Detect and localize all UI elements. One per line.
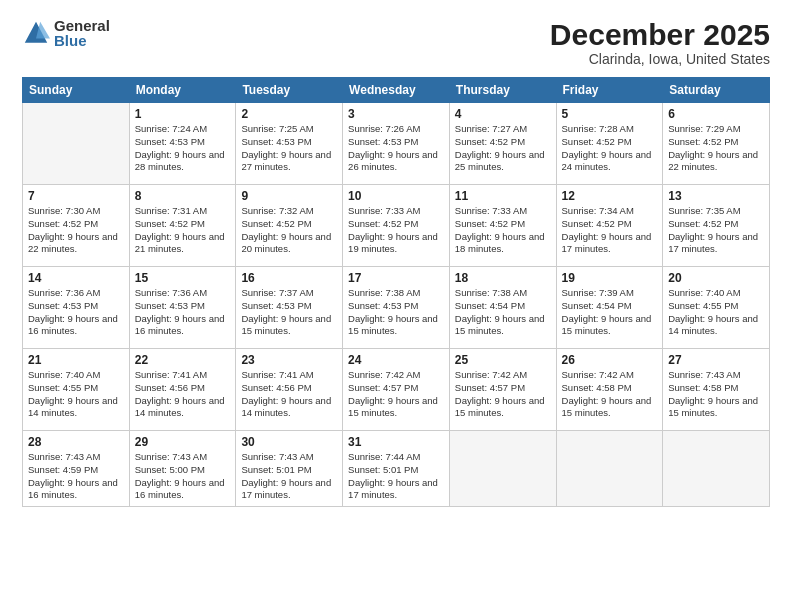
day-cell: 28Sunrise: 7:43 AMSunset: 4:59 PMDayligh… [23,431,130,507]
day-number: 6 [668,107,764,121]
day-cell: 3Sunrise: 7:26 AMSunset: 4:53 PMDaylight… [343,103,450,185]
day-info: Sunrise: 7:30 AMSunset: 4:52 PMDaylight:… [28,205,124,256]
day-number: 3 [348,107,444,121]
day-number: 1 [135,107,231,121]
day-cell: 24Sunrise: 7:42 AMSunset: 4:57 PMDayligh… [343,349,450,431]
day-cell: 22Sunrise: 7:41 AMSunset: 4:56 PMDayligh… [129,349,236,431]
day-info: Sunrise: 7:38 AMSunset: 4:53 PMDaylight:… [348,287,444,338]
day-cell [23,103,130,185]
day-cell: 29Sunrise: 7:43 AMSunset: 5:00 PMDayligh… [129,431,236,507]
day-cell: 6Sunrise: 7:29 AMSunset: 4:52 PMDaylight… [663,103,770,185]
week-row-5: 28Sunrise: 7:43 AMSunset: 4:59 PMDayligh… [23,431,770,507]
day-number: 29 [135,435,231,449]
day-number: 23 [241,353,337,367]
day-number: 25 [455,353,551,367]
day-info: Sunrise: 7:29 AMSunset: 4:52 PMDaylight:… [668,123,764,174]
day-info: Sunrise: 7:40 AMSunset: 4:55 PMDaylight:… [28,369,124,420]
day-info: Sunrise: 7:33 AMSunset: 4:52 PMDaylight:… [455,205,551,256]
month-title: December 2025 [550,18,770,51]
day-cell: 26Sunrise: 7:42 AMSunset: 4:58 PMDayligh… [556,349,663,431]
day-info: Sunrise: 7:33 AMSunset: 4:52 PMDaylight:… [348,205,444,256]
day-number: 26 [562,353,658,367]
day-number: 11 [455,189,551,203]
calendar: SundayMondayTuesdayWednesdayThursdayFrid… [22,77,770,507]
day-info: Sunrise: 7:26 AMSunset: 4:53 PMDaylight:… [348,123,444,174]
header: General Blue December 2025 Clarinda, Iow… [22,18,770,67]
day-info: Sunrise: 7:27 AMSunset: 4:52 PMDaylight:… [455,123,551,174]
day-number: 19 [562,271,658,285]
day-cell: 25Sunrise: 7:42 AMSunset: 4:57 PMDayligh… [449,349,556,431]
day-number: 13 [668,189,764,203]
day-info: Sunrise: 7:37 AMSunset: 4:53 PMDaylight:… [241,287,337,338]
week-row-4: 21Sunrise: 7:40 AMSunset: 4:55 PMDayligh… [23,349,770,431]
day-cell: 31Sunrise: 7:44 AMSunset: 5:01 PMDayligh… [343,431,450,507]
day-info: Sunrise: 7:24 AMSunset: 4:53 PMDaylight:… [135,123,231,174]
header-monday: Monday [129,78,236,103]
day-number: 31 [348,435,444,449]
day-cell: 7Sunrise: 7:30 AMSunset: 4:52 PMDaylight… [23,185,130,267]
day-number: 18 [455,271,551,285]
day-cell: 13Sunrise: 7:35 AMSunset: 4:52 PMDayligh… [663,185,770,267]
logo-blue: Blue [54,33,110,48]
header-tuesday: Tuesday [236,78,343,103]
day-info: Sunrise: 7:43 AMSunset: 5:01 PMDaylight:… [241,451,337,502]
logo-text: General Blue [54,18,110,48]
week-row-1: 1Sunrise: 7:24 AMSunset: 4:53 PMDaylight… [23,103,770,185]
day-info: Sunrise: 7:40 AMSunset: 4:55 PMDaylight:… [668,287,764,338]
day-cell: 5Sunrise: 7:28 AMSunset: 4:52 PMDaylight… [556,103,663,185]
day-info: Sunrise: 7:36 AMSunset: 4:53 PMDaylight:… [28,287,124,338]
day-info: Sunrise: 7:43 AMSunset: 5:00 PMDaylight:… [135,451,231,502]
week-row-3: 14Sunrise: 7:36 AMSunset: 4:53 PMDayligh… [23,267,770,349]
day-cell: 9Sunrise: 7:32 AMSunset: 4:52 PMDaylight… [236,185,343,267]
day-info: Sunrise: 7:43 AMSunset: 4:59 PMDaylight:… [28,451,124,502]
day-number: 16 [241,271,337,285]
day-cell: 1Sunrise: 7:24 AMSunset: 4:53 PMDaylight… [129,103,236,185]
logo: General Blue [22,18,110,48]
day-info: Sunrise: 7:44 AMSunset: 5:01 PMDaylight:… [348,451,444,502]
calendar-header-row: SundayMondayTuesdayWednesdayThursdayFrid… [23,78,770,103]
day-number: 4 [455,107,551,121]
day-info: Sunrise: 7:42 AMSunset: 4:57 PMDaylight:… [348,369,444,420]
day-cell: 11Sunrise: 7:33 AMSunset: 4:52 PMDayligh… [449,185,556,267]
header-sunday: Sunday [23,78,130,103]
day-number: 22 [135,353,231,367]
title-block: December 2025 Clarinda, Iowa, United Sta… [550,18,770,67]
day-number: 9 [241,189,337,203]
day-number: 27 [668,353,764,367]
day-info: Sunrise: 7:28 AMSunset: 4:52 PMDaylight:… [562,123,658,174]
day-info: Sunrise: 7:42 AMSunset: 4:58 PMDaylight:… [562,369,658,420]
day-info: Sunrise: 7:35 AMSunset: 4:52 PMDaylight:… [668,205,764,256]
page: General Blue December 2025 Clarinda, Iow… [0,0,792,612]
day-number: 8 [135,189,231,203]
header-saturday: Saturday [663,78,770,103]
day-info: Sunrise: 7:41 AMSunset: 4:56 PMDaylight:… [135,369,231,420]
day-number: 24 [348,353,444,367]
day-number: 30 [241,435,337,449]
day-number: 17 [348,271,444,285]
day-info: Sunrise: 7:32 AMSunset: 4:52 PMDaylight:… [241,205,337,256]
day-cell [449,431,556,507]
day-cell: 27Sunrise: 7:43 AMSunset: 4:58 PMDayligh… [663,349,770,431]
day-cell: 14Sunrise: 7:36 AMSunset: 4:53 PMDayligh… [23,267,130,349]
day-number: 21 [28,353,124,367]
day-number: 7 [28,189,124,203]
day-info: Sunrise: 7:43 AMSunset: 4:58 PMDaylight:… [668,369,764,420]
day-cell: 2Sunrise: 7:25 AMSunset: 4:53 PMDaylight… [236,103,343,185]
day-cell: 16Sunrise: 7:37 AMSunset: 4:53 PMDayligh… [236,267,343,349]
logo-icon [22,19,50,47]
day-cell: 19Sunrise: 7:39 AMSunset: 4:54 PMDayligh… [556,267,663,349]
day-cell: 18Sunrise: 7:38 AMSunset: 4:54 PMDayligh… [449,267,556,349]
day-info: Sunrise: 7:41 AMSunset: 4:56 PMDaylight:… [241,369,337,420]
day-number: 12 [562,189,658,203]
day-cell: 21Sunrise: 7:40 AMSunset: 4:55 PMDayligh… [23,349,130,431]
day-cell: 17Sunrise: 7:38 AMSunset: 4:53 PMDayligh… [343,267,450,349]
day-cell: 23Sunrise: 7:41 AMSunset: 4:56 PMDayligh… [236,349,343,431]
day-cell: 12Sunrise: 7:34 AMSunset: 4:52 PMDayligh… [556,185,663,267]
day-number: 28 [28,435,124,449]
day-number: 15 [135,271,231,285]
day-info: Sunrise: 7:34 AMSunset: 4:52 PMDaylight:… [562,205,658,256]
day-cell [663,431,770,507]
header-thursday: Thursday [449,78,556,103]
day-info: Sunrise: 7:31 AMSunset: 4:52 PMDaylight:… [135,205,231,256]
day-number: 10 [348,189,444,203]
